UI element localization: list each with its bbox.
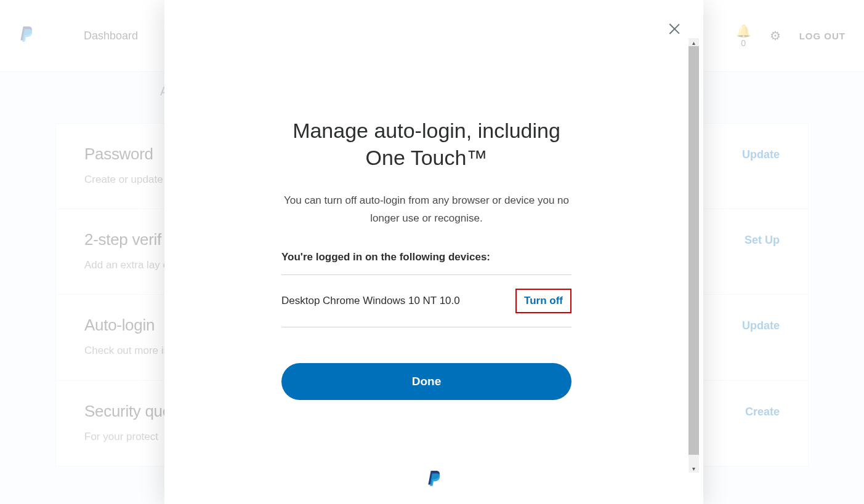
scroll-up-icon[interactable]: ▴	[688, 38, 699, 47]
modal-title: Manage auto-login, including One Touch™	[281, 117, 571, 171]
auto-login-modal: ▴ ▾ Manage auto-login, including One Tou…	[164, 0, 703, 504]
devices-label: You're logged in on the following device…	[281, 251, 571, 263]
device-row: Desktop Chrome Windows 10 NT 10.0 Turn o…	[281, 275, 571, 327]
done-button[interactable]: Done	[281, 363, 571, 400]
modal-content: Manage auto-login, including One Touch™ …	[164, 0, 688, 504]
devices-list: Desktop Chrome Windows 10 NT 10.0 Turn o…	[281, 274, 571, 327]
modal-subtitle: You can turn off auto-login from any bro…	[281, 192, 571, 228]
device-name: Desktop Chrome Windows 10 NT 10.0	[281, 295, 460, 307]
scroll-down-icon[interactable]: ▾	[688, 464, 699, 473]
turn-off-highlight: Turn off	[515, 289, 571, 313]
modal-scrollbar[interactable]: ▴ ▾	[688, 39, 699, 472]
turn-off-button[interactable]: Turn off	[524, 295, 563, 307]
paypal-logo-icon	[426, 471, 442, 489]
scroll-thumb[interactable]	[688, 46, 699, 455]
